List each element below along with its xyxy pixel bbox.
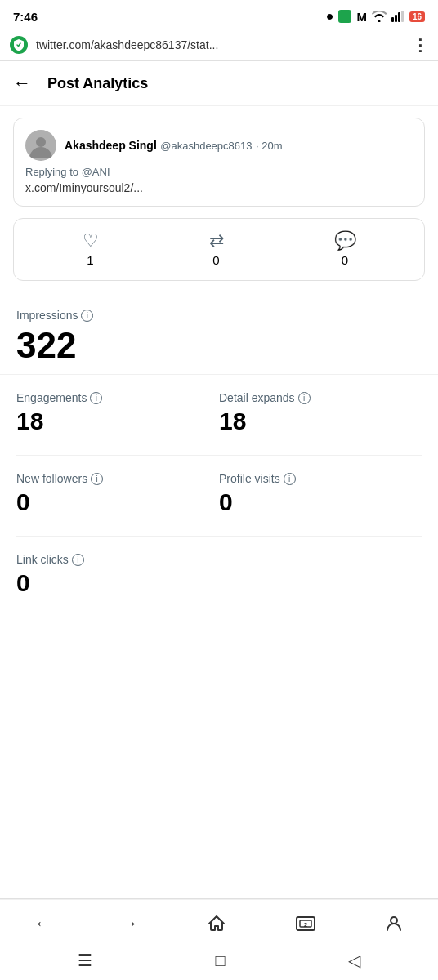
impressions-value: 322 — [16, 325, 422, 366]
stats-grid: Engagements i 18 Detail expands i 18 New… — [0, 375, 438, 597]
author-handle: @akashdeepc8613 — [160, 140, 252, 152]
signal-icon — [391, 11, 404, 22]
replies-count: 0 — [342, 253, 348, 267]
followers-row: New followers i 0 Profile visits i 0 — [16, 472, 422, 516]
retweet-icon: ⇄ — [209, 232, 224, 250]
nav-home-button[interactable] — [199, 911, 235, 937]
new-followers-value: 0 — [16, 488, 219, 516]
status-dot-icon: ● — [326, 9, 334, 24]
impressions-label: Impressions i — [16, 309, 422, 322]
tweet-author-row: Akashdeep Singl @akashdeepc8613 · 20m — [25, 130, 413, 161]
author-name: Akashdeep Singl — [65, 139, 157, 152]
svg-rect-2 — [398, 12, 400, 22]
tweet-link: x.com/Iminyoursoul2/... — [25, 181, 413, 194]
engagements-info-icon[interactable]: i — [90, 392, 102, 404]
nav-profile-button[interactable] — [376, 911, 412, 937]
page-title: Post Analytics — [47, 75, 148, 92]
bottom-nav: ← → 2 ☰ □ ◁ — [0, 898, 438, 980]
svg-rect-1 — [395, 15, 397, 22]
link-clicks-info-icon[interactable]: i — [72, 554, 84, 566]
detail-expands-value: 18 — [219, 408, 422, 435]
shield-icon — [10, 36, 28, 54]
nav-back-button[interactable]: ← — [26, 910, 60, 938]
detail-expands-info-icon[interactable]: i — [298, 392, 311, 404]
status-icons: ● M 16 — [326, 9, 425, 24]
retweets-count: 0 — [212, 253, 219, 267]
profile-visits-item: Profile visits i 0 — [219, 472, 422, 516]
gesture-bar: ☰ □ ◁ — [0, 944, 438, 980]
nav-row: ← → 2 — [0, 900, 438, 944]
author-info: Akashdeep Singl @akashdeepc8613 · 20m — [65, 138, 413, 153]
profile-visits-value: 0 — [219, 488, 422, 516]
engagements-row: Engagements i 18 Detail expands i 18 — [16, 391, 422, 435]
avatar — [25, 130, 56, 161]
engagements-item: Engagements i 18 — [16, 391, 219, 435]
svg-point-5 — [36, 137, 46, 147]
triangle-icon: ◁ — [348, 951, 360, 970]
impressions-info-icon[interactable]: i — [81, 310, 93, 322]
status-time: 7:46 — [13, 10, 38, 24]
svg-point-9 — [391, 917, 397, 924]
nav-forward-button[interactable]: → — [112, 910, 146, 938]
engagement-row: ♡ 1 ⇄ 0 💬 0 — [13, 218, 425, 281]
link-clicks-item: Link clicks i 0 — [16, 553, 422, 597]
browser-menu-icon[interactable]: ⋮ — [412, 37, 428, 53]
status-bar: 7:46 ● M 16 — [0, 0, 438, 29]
status-m-icon: M — [356, 10, 367, 24]
square-icon: □ — [215, 951, 225, 970]
browser-url[interactable]: twitter.com/akashdeepc86137/stat... — [36, 38, 404, 51]
heart-icon: ♡ — [83, 232, 99, 250]
new-followers-info-icon[interactable]: i — [91, 473, 103, 485]
nav-tabs-button[interactable]: 2 — [287, 911, 324, 937]
page-header: ← Post Analytics — [0, 61, 438, 106]
retweets-item: ⇄ 0 — [209, 232, 224, 267]
svg-text:2: 2 — [303, 921, 307, 929]
tweet-time: · 20m — [256, 140, 283, 152]
wifi-icon — [372, 11, 387, 22]
engagements-value: 18 — [16, 408, 219, 435]
link-clicks-row: Link clicks i 0 — [16, 553, 422, 597]
detail-expands-item: Detail expands i 18 — [219, 391, 422, 435]
new-followers-item: New followers i 0 — [16, 472, 219, 516]
likes-item: ♡ 1 — [83, 232, 99, 267]
link-clicks-value: 0 — [16, 569, 422, 597]
impressions-block: Impressions i 322 — [0, 292, 438, 374]
battery-indicator: 16 — [409, 11, 425, 22]
tweet-reply-to: Replying to @ANI — [25, 166, 413, 178]
svg-rect-0 — [391, 17, 394, 22]
browser-bar: twitter.com/akashdeepc86137/stat... ⋮ — [0, 29, 438, 61]
likes-count: 1 — [87, 253, 93, 267]
status-green-icon — [338, 10, 351, 23]
hamburger-icon: ☰ — [78, 951, 92, 970]
profile-visits-info-icon[interactable]: i — [284, 473, 296, 485]
reply-icon: 💬 — [334, 232, 356, 250]
tweet-card: Akashdeep Singl @akashdeepc8613 · 20m Re… — [13, 118, 425, 207]
replies-item: 💬 0 — [334, 232, 356, 267]
svg-rect-3 — [401, 11, 404, 22]
back-button[interactable]: ← — [13, 73, 31, 94]
